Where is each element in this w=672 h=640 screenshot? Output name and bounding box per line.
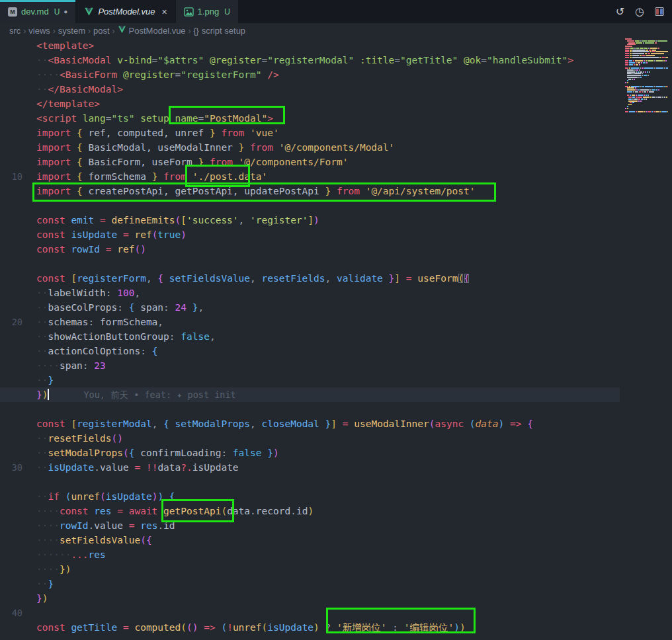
image-icon xyxy=(184,7,194,17)
curly-braces-icon: {} xyxy=(194,26,199,36)
tab-label: 1.png xyxy=(198,7,220,17)
split-editor-icon[interactable] xyxy=(655,7,664,16)
code-line[interactable]: ··isUpdate.value = !!data?.isUpdate xyxy=(36,460,620,475)
code-line[interactable]: </template> xyxy=(36,97,620,111)
code-line[interactable] xyxy=(36,198,620,213)
clock-icon[interactable]: ◷ xyxy=(635,7,644,17)
code-lines: <template>··<BasicModal v-bind="$attrs" … xyxy=(0,38,620,635)
breadcrumb: src› views› system› post› PostModel.vue … xyxy=(0,23,672,38)
code-line[interactable]: ··} xyxy=(36,577,620,591)
code-line[interactable]: })You, 前天 • feat: ✦ post init xyxy=(0,387,620,402)
code-line[interactable]: ··baseColProps: { span: 24 }, xyxy=(36,300,620,315)
breadcrumb-item-system[interactable]: system xyxy=(58,26,85,36)
code-line[interactable]: const getTitle = computed(() => (!unref(… xyxy=(36,620,620,635)
tab-label: dev.md xyxy=(21,7,49,17)
breadcrumb-item-symbol[interactable]: {} script setup xyxy=(194,26,246,36)
vue-icon xyxy=(84,7,94,17)
tab-accent-bar xyxy=(0,0,75,2)
vue-icon xyxy=(118,26,126,36)
code-line[interactable]: import { createPostApi, getPostApi, upda… xyxy=(36,184,620,198)
code-line[interactable]: ····}) xyxy=(36,562,620,577)
tab-strip-empty xyxy=(239,0,616,23)
code-line[interactable]: import { formSchema } from './post.data' xyxy=(36,169,620,184)
breadcrumb-item-file[interactable]: PostModel.vue xyxy=(118,26,186,36)
code-line[interactable]: ··</BasicModal> xyxy=(36,82,620,97)
code-line[interactable]: const [registerForm, { setFieldsValue, r… xyxy=(36,271,620,286)
code-line[interactable]: ····const res = await getPostApi(data.re… xyxy=(36,504,620,518)
code-line[interactable]: ······...res xyxy=(36,547,620,562)
code-line[interactable]: ··} xyxy=(36,373,620,387)
code-line[interactable]: ····setFieldsValue({ xyxy=(36,533,620,547)
editor-actions: ↺ ◷ xyxy=(616,0,672,23)
code-line[interactable]: ··resetFields() xyxy=(36,431,620,446)
code-line[interactable] xyxy=(36,475,620,489)
code-line[interactable]: <template> xyxy=(36,38,620,53)
code-line[interactable]: ····<BasicForm @register="registerForm" … xyxy=(36,67,620,82)
code-line[interactable]: import { BasicModal, useModalInner } fro… xyxy=(36,140,620,155)
breadcrumb-item-views[interactable]: views xyxy=(28,26,50,36)
code-line[interactable]: const [registerModal, { setModalProps, c… xyxy=(36,417,620,431)
unsaved-dot-icon[interactable]: ● xyxy=(63,8,67,15)
code-line[interactable]: import { ref, computed, unref } from 'vu… xyxy=(36,126,620,140)
code-line[interactable]: ··setModalProps({ confirmLoading: false … xyxy=(36,446,620,460)
markdown-icon: M xyxy=(8,7,17,17)
git-status-badge: U xyxy=(224,7,230,17)
close-icon[interactable]: × xyxy=(161,7,167,17)
tab-postmodel-vue[interactable]: PostModel.vue × xyxy=(76,0,175,23)
code-line[interactable]: ····span: 23 xyxy=(36,358,620,373)
tab-label: PostModel.vue xyxy=(98,7,155,17)
history-icon[interactable]: ↺ xyxy=(616,7,624,17)
text-cursor xyxy=(48,389,49,400)
code-line[interactable]: ··<BasicModal v-bind="$attrs" @register=… xyxy=(36,53,620,67)
code-line[interactable]: ··showActionButtonGroup: false, xyxy=(36,329,620,344)
git-status-badge: U xyxy=(54,7,60,17)
code-line[interactable] xyxy=(36,257,620,271)
code-line[interactable]: import { BasicForm, useForm } from '@/co… xyxy=(36,155,620,169)
code-line[interactable]: ··schemas: formSchema, xyxy=(36,315,620,329)
code-line[interactable]: ····rowId.value = res.id xyxy=(36,518,620,533)
code-line[interactable]: const isUpdate = ref(true) xyxy=(36,227,620,242)
code-line[interactable]: ··if (unref(isUpdate)) { xyxy=(36,489,620,504)
code-line[interactable]: <script lang="ts" setup name="PostModal"… xyxy=(36,111,620,126)
code-line[interactable]: const emit = defineEmits(['success', 're… xyxy=(36,213,620,227)
tab-dev-md[interactable]: M dev.md U ● xyxy=(0,0,76,23)
code-line[interactable]: }) xyxy=(36,591,620,606)
breadcrumb-item-src[interactable]: src xyxy=(9,26,21,36)
tab-1-png[interactable]: 1.png U xyxy=(176,0,239,23)
breadcrumb-item-post[interactable]: post xyxy=(93,26,110,36)
minimap[interactable] xyxy=(625,38,668,640)
code-line[interactable] xyxy=(36,606,620,620)
code-line[interactable]: ··labelWidth: 100, xyxy=(36,286,620,300)
git-blame-annotation: You, 前天 • feat: ✦ post init xyxy=(83,389,235,400)
code-line[interactable]: const rowId = ref() xyxy=(36,242,620,257)
editor: 1020253040 <template>··<BasicModal v-bin… xyxy=(0,38,672,640)
tab-bar: M dev.md U ● PostModel.vue × 1.png U ↺ ◷ xyxy=(0,0,672,23)
code-line[interactable]: ··actionColOptions: { xyxy=(36,344,620,358)
code-line[interactable] xyxy=(36,402,620,417)
